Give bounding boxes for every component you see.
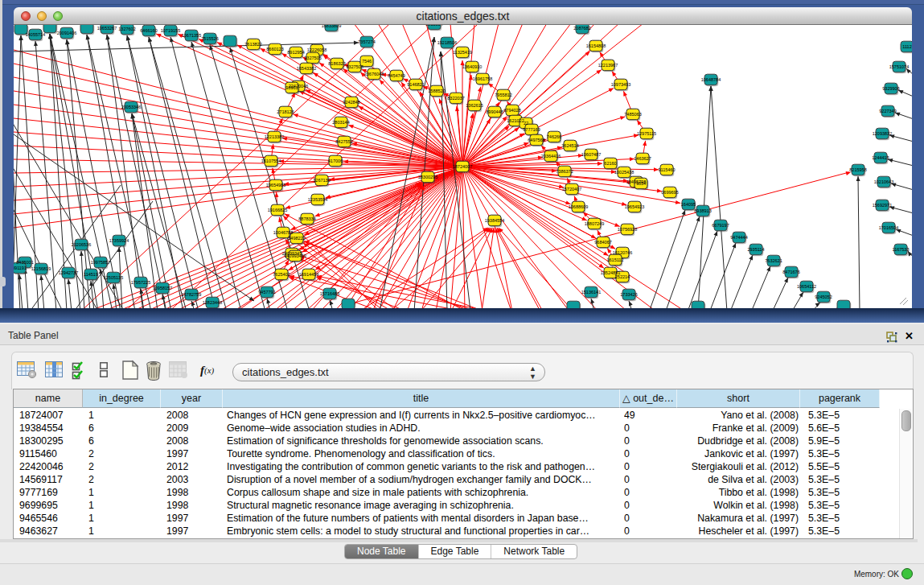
svg-text:0699695: 0699695 (661, 190, 678, 195)
svg-text:19654985: 19654985 (266, 183, 285, 187)
svg-text:10607487: 10607487 (581, 152, 601, 157)
svg-text:1733426: 1733426 (620, 292, 637, 297)
svg-text:15692971: 15692971 (873, 203, 892, 208)
svg-text:8186323: 8186323 (328, 61, 345, 66)
svg-text:391191: 391191 (14, 266, 27, 270)
svg-text:10958157: 10958157 (153, 286, 172, 290)
svg-text:9327505: 9327505 (304, 56, 321, 60)
svg-text:1621022: 1621022 (507, 118, 524, 123)
svg-text:12093832: 12093832 (873, 131, 892, 136)
svg-text:23676048: 23676048 (364, 72, 384, 76)
svg-text:2087682: 2087682 (573, 26, 590, 31)
svg-text:19218506: 19218506 (437, 40, 457, 45)
svg-text:10653267: 10653267 (97, 26, 117, 31)
svg-text:17957225: 17957225 (131, 280, 150, 285)
svg-text:10210643: 10210643 (874, 179, 893, 184)
svg-text:14055714: 14055714 (26, 32, 45, 37)
svg-text:15751074: 15751074 (889, 64, 909, 69)
svg-text:1362615: 1362615 (466, 103, 483, 108)
svg-text:8912954: 8912954 (287, 50, 304, 55)
svg-text:6794028: 6794028 (503, 108, 520, 113)
svg-text:6679197: 6679197 (712, 223, 729, 228)
svg-text:17016504: 17016504 (879, 225, 898, 230)
svg-text:12505135: 12505135 (104, 275, 123, 280)
svg-text:6497568: 6497568 (528, 138, 544, 142)
svg-text:2718126: 2718126 (277, 109, 294, 114)
svg-text:9474444: 9474444 (730, 235, 747, 240)
svg-text:12226058: 12226058 (307, 47, 326, 52)
svg-text:8435001: 8435001 (16, 260, 33, 265)
svg-text:7485063: 7485063 (624, 112, 641, 117)
svg-text:2935114: 2935114 (747, 247, 764, 252)
svg-text:8322037: 8322037 (447, 96, 464, 101)
svg-text:13640910: 13640910 (462, 64, 482, 69)
svg-text:1588520: 1588520 (428, 89, 445, 93)
svg-text:19166825: 19166825 (268, 208, 287, 212)
svg-text:9457791: 9457791 (258, 290, 275, 295)
svg-text:19654923: 19654923 (625, 204, 644, 209)
svg-text:8878334: 8878334 (298, 216, 315, 221)
svg-text:7386372: 7386372 (556, 169, 573, 174)
svg-text:8471676: 8471676 (782, 270, 799, 274)
svg-text:16961758: 16961758 (473, 76, 492, 81)
svg-text:7546: 7546 (362, 59, 372, 64)
svg-text:18300295: 18300295 (418, 175, 437, 179)
svg-text:17359924: 17359924 (109, 238, 129, 243)
svg-text:2803144: 2803144 (332, 120, 349, 125)
svg-text:16543382: 16543382 (297, 66, 316, 71)
svg-text:8215958: 8215958 (849, 167, 866, 172)
svg-text:20206536: 20206536 (72, 242, 91, 247)
svg-text:20091406: 20091406 (57, 31, 76, 35)
svg-text:114519: 114519 (84, 272, 98, 277)
svg-text:746266: 746266 (547, 134, 561, 139)
svg-text:1244415: 1244415 (872, 155, 889, 160)
svg-text:16782759: 16782759 (182, 292, 201, 297)
svg-text:3267130: 3267130 (313, 178, 330, 183)
svg-text:7613822: 7613822 (244, 42, 261, 47)
svg-text:8454749: 8454749 (388, 73, 405, 78)
svg-text:10719155: 10719155 (161, 28, 180, 33)
svg-text:15716485: 15716485 (320, 291, 339, 296)
svg-text:10688609: 10688609 (569, 204, 588, 209)
svg-text:7625402: 7625402 (273, 272, 290, 277)
svg-text:19384554: 19384554 (485, 218, 504, 223)
svg-text:(x): (x) (204, 365, 215, 376)
svg-text:1463627: 1463627 (634, 156, 651, 161)
svg-text:1327602: 1327602 (118, 27, 135, 31)
svg-text:16833809: 16833809 (322, 25, 341, 28)
svg-text:18807249: 18807249 (585, 221, 604, 226)
svg-text:8660123: 8660123 (266, 47, 283, 51)
svg-text:15720407: 15720407 (562, 187, 581, 192)
svg-text:10973493: 10973493 (611, 82, 630, 87)
svg-text:16120746: 16120746 (613, 250, 632, 255)
svg-text:9329906: 9329906 (882, 86, 899, 91)
svg-text:9146821: 9146821 (407, 82, 424, 87)
svg-text:9245052: 9245052 (815, 295, 832, 299)
svg-text:1167533: 1167533 (892, 247, 909, 252)
svg-text:12213382: 12213382 (265, 134, 284, 139)
svg-text:9854: 9854 (636, 181, 646, 186)
svg-text:10046788: 10046788 (273, 230, 293, 235)
svg-text:20053346: 20053346 (121, 105, 141, 109)
svg-text:12823448: 12823448 (203, 300, 222, 305)
svg-text:10756928: 10756928 (618, 227, 637, 232)
svg-text:7357274: 7357274 (358, 39, 375, 44)
svg-text:16154808: 16154808 (586, 43, 606, 48)
svg-text:10025438: 10025438 (614, 170, 634, 175)
svg-text:12213967: 12213967 (598, 63, 618, 68)
svg-text:7515526: 7515526 (201, 36, 218, 41)
svg-text:417006: 417006 (328, 159, 343, 163)
svg-text:22: 22 (524, 121, 528, 126)
svg-text:98961: 98961 (285, 85, 298, 90)
svg-text:20364416: 20364416 (541, 154, 561, 159)
svg-text:5498222: 5498222 (288, 236, 305, 241)
svg-text:940993469: 940993469 (284, 253, 306, 258)
svg-text:10648784: 10648784 (701, 77, 721, 82)
svg-text:12942737: 12942737 (59, 270, 78, 275)
svg-text:7955812: 7955812 (495, 93, 511, 97)
svg-text:9227349: 9227349 (879, 109, 896, 113)
svg-text:16107554: 16107554 (261, 159, 281, 163)
svg-text:12975115: 12975115 (637, 131, 656, 136)
svg-text:10654112: 10654112 (797, 284, 816, 289)
svg-text:3624514: 3624514 (561, 143, 578, 148)
